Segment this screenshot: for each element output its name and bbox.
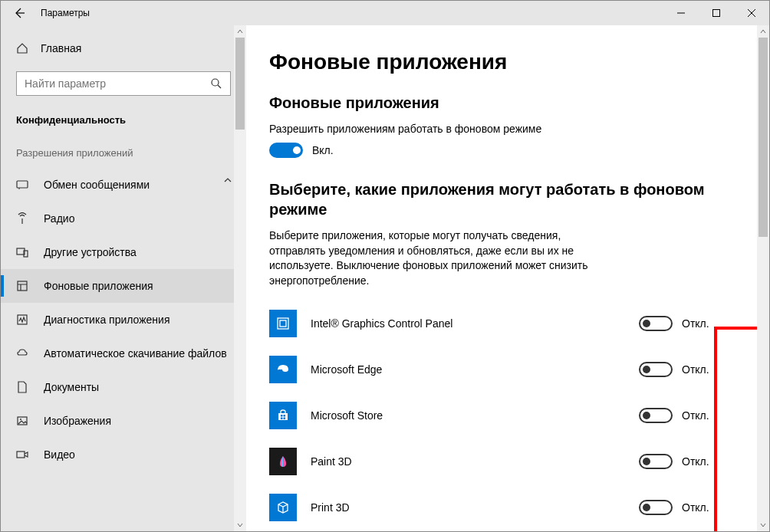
app-row: Print 3D Откл. bbox=[269, 484, 746, 530]
app-toggle-label: Откл. bbox=[682, 501, 709, 514]
main-scrollbar[interactable] bbox=[757, 25, 769, 531]
sidebar-item-video[interactable]: Видео bbox=[1, 438, 246, 471]
app-row: Intel® Graphics Control Panel Откл. bbox=[269, 300, 746, 346]
minimize-button[interactable] bbox=[663, 1, 699, 25]
sidebar-item-label: Радио bbox=[44, 212, 74, 225]
sidebar-item-radio[interactable]: Радио bbox=[1, 202, 246, 235]
app-toggle-label: Откл. bbox=[682, 317, 709, 330]
app-name: Intel® Graphics Control Panel bbox=[311, 317, 639, 330]
svg-rect-16 bbox=[284, 418, 286, 420]
app-row: Microsoft Edge Откл. bbox=[269, 346, 746, 392]
svg-rect-2 bbox=[17, 181, 28, 188]
background-apps-icon bbox=[16, 280, 28, 292]
scroll-up-icon[interactable] bbox=[234, 25, 246, 38]
sidebar-item-documents[interactable]: Документы bbox=[1, 370, 246, 404]
settings-window: Параметры Главная Конфиденциальность bbox=[0, 0, 770, 532]
scroll-thumb[interactable] bbox=[235, 38, 245, 130]
sidebar-item-auto-download[interactable]: Автоматическое скачивание файлов bbox=[1, 337, 246, 370]
sidebar-item-messaging[interactable]: Обмен сообщениями bbox=[1, 168, 246, 202]
svg-rect-13 bbox=[281, 415, 283, 417]
section1-title: Фоновые приложения bbox=[269, 94, 746, 112]
sidebar-item-label: Автоматическое скачивание файлов bbox=[44, 347, 227, 360]
svg-point-1 bbox=[212, 79, 219, 86]
svg-rect-14 bbox=[284, 415, 286, 417]
document-icon bbox=[16, 381, 28, 393]
app-toggle[interactable] bbox=[639, 454, 673, 469]
main-content: Фоновые приложения Фоновые приложения Ра… bbox=[246, 25, 769, 531]
back-button[interactable] bbox=[1, 1, 38, 25]
pictures-icon bbox=[16, 415, 28, 427]
scroll-thumb[interactable] bbox=[758, 38, 768, 237]
sidebar-item-label: Изображения bbox=[44, 415, 111, 427]
svg-rect-11 bbox=[280, 320, 286, 327]
sidebar-item-label: Другие устройства bbox=[44, 246, 137, 258]
arrow-left-icon bbox=[13, 7, 25, 19]
app-row: Microsoft Store Откл. bbox=[269, 392, 746, 438]
home-link[interactable]: Главная bbox=[1, 33, 246, 64]
scroll-up-icon[interactable] bbox=[757, 25, 769, 38]
sidebar-item-pictures[interactable]: Изображения bbox=[1, 404, 246, 438]
app-name: Microsoft Store bbox=[311, 409, 639, 422]
home-label: Главная bbox=[41, 42, 81, 54]
svg-point-8 bbox=[20, 419, 21, 420]
sidebar-item-label: Документы bbox=[44, 381, 99, 393]
search-icon bbox=[210, 77, 222, 90]
search-wrap bbox=[1, 64, 246, 107]
window-title: Параметры bbox=[38, 8, 663, 18]
app-toggle[interactable] bbox=[639, 408, 673, 423]
sidebar-item-app-diagnostics[interactable]: Диагностика приложения bbox=[1, 303, 246, 337]
sidebar-item-label: Фоновые приложения bbox=[44, 280, 153, 292]
app-name: Microsoft Edge bbox=[311, 363, 639, 376]
section1-desc: Разрешить приложениям работать в фоновом… bbox=[269, 123, 746, 135]
sidebar-item-background-apps[interactable]: Фоновые приложения bbox=[1, 269, 246, 303]
svg-rect-0 bbox=[713, 10, 720, 17]
diagnostics-icon bbox=[16, 314, 28, 326]
app-toggle[interactable] bbox=[639, 316, 673, 331]
store-icon bbox=[269, 402, 297, 429]
svg-rect-12 bbox=[278, 413, 288, 420]
print3d-icon bbox=[269, 494, 297, 521]
sidebar: Главная Конфиденциальность Разрешения пр… bbox=[1, 25, 246, 531]
svg-rect-9 bbox=[17, 452, 25, 458]
page-title: Фоновые приложения bbox=[269, 50, 746, 74]
app-row: Paint 3D Откл. bbox=[269, 438, 746, 484]
sidebar-item-label: Видео bbox=[44, 448, 75, 461]
master-toggle-row: Вкл. bbox=[269, 143, 746, 158]
scroll-down-icon[interactable] bbox=[234, 519, 246, 531]
svg-rect-5 bbox=[18, 281, 27, 291]
devices-icon bbox=[16, 246, 28, 258]
section2-title: Выберите, какие приложения могут работат… bbox=[269, 179, 746, 219]
master-toggle-label: Вкл. bbox=[312, 144, 334, 156]
maximize-button[interactable] bbox=[699, 1, 734, 25]
app-toggle-label: Откл. bbox=[682, 455, 709, 468]
video-icon bbox=[16, 448, 28, 461]
scroll-down-icon[interactable] bbox=[757, 519, 769, 531]
section2-desc: Выберите приложения, которые могут получ… bbox=[269, 228, 591, 288]
app-name: Print 3D bbox=[311, 501, 639, 514]
svg-rect-10 bbox=[278, 318, 288, 329]
app-name: Paint 3D bbox=[311, 455, 639, 468]
sidebar-item-label: Обмен сообщениями bbox=[44, 179, 150, 191]
messaging-icon bbox=[16, 179, 28, 191]
sidebar-scrollbar[interactable] bbox=[234, 25, 246, 531]
app-toggle-label: Откл. bbox=[682, 363, 709, 376]
svg-rect-15 bbox=[281, 418, 283, 420]
intel-graphics-icon bbox=[269, 310, 297, 337]
search-input[interactable] bbox=[16, 71, 231, 96]
app-toggle[interactable] bbox=[639, 500, 673, 515]
cloud-download-icon bbox=[16, 347, 28, 360]
paint3d-icon bbox=[269, 448, 297, 475]
body: Главная Конфиденциальность Разрешения пр… bbox=[1, 25, 769, 531]
edge-icon bbox=[269, 356, 297, 383]
sidebar-item-other-devices[interactable]: Другие устройства bbox=[1, 235, 246, 269]
radio-icon bbox=[16, 212, 28, 225]
section-label: Разрешения приложений bbox=[1, 138, 246, 168]
window-controls bbox=[663, 1, 769, 25]
close-button[interactable] bbox=[734, 1, 769, 25]
sidebar-item-label: Диагностика приложения bbox=[44, 314, 169, 326]
category-title: Конфиденциальность bbox=[1, 107, 246, 138]
app-toggle[interactable] bbox=[639, 362, 673, 377]
search-field[interactable] bbox=[25, 77, 210, 90]
master-toggle[interactable] bbox=[269, 143, 303, 158]
home-icon bbox=[16, 42, 28, 54]
